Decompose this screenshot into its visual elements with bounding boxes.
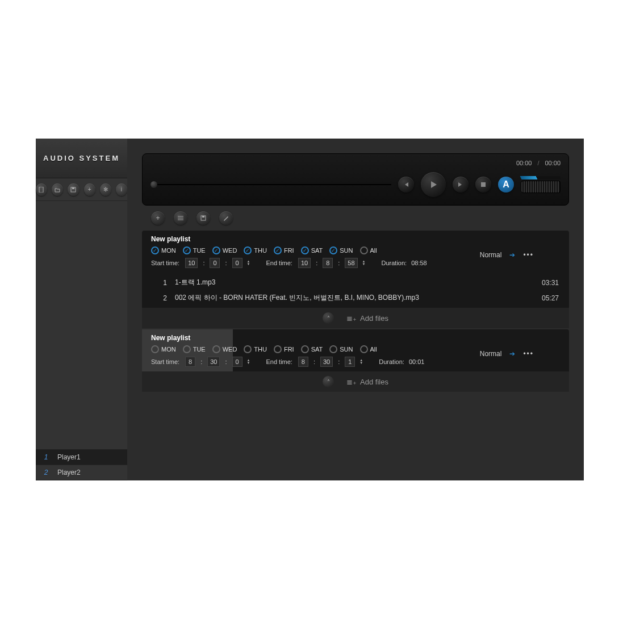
volume-dial[interactable] — [521, 181, 561, 193]
track-list: 1 1-트랙 1.mp3 03:31 2 002 에픽 하이 - BORN HA… — [142, 273, 569, 308]
day-mon-checkbox[interactable] — [151, 246, 159, 254]
start-spinner[interactable]: ▲▼ — [247, 260, 250, 266]
more-icon[interactable]: ••• — [523, 350, 534, 358]
player-item-1[interactable]: 1 Player1 — [36, 450, 127, 465]
seek-knob[interactable] — [150, 181, 157, 188]
day-all-checkbox[interactable] — [360, 345, 368, 353]
track-num: 1 — [152, 279, 167, 287]
day-wed-checkbox[interactable] — [212, 246, 220, 254]
end-h[interactable]: 8 — [298, 357, 308, 367]
sidebar-toolbar: + ✻ i — [36, 178, 127, 201]
playlist-toolbar: + — [142, 206, 569, 231]
sidebar-mid — [36, 201, 127, 449]
playlist-mode[interactable]: Normal — [480, 251, 502, 259]
start-m[interactable]: 0 — [210, 258, 220, 268]
start-label: Start time: — [151, 358, 179, 365]
playlist-mode-controls: Normal ➔ ••• — [480, 350, 534, 358]
player-num: 1 — [43, 453, 49, 461]
end-label: End time: — [266, 358, 292, 365]
end-spinner[interactable]: ▲▼ — [359, 359, 363, 365]
time-total: 00:00 — [545, 160, 561, 166]
volume-control[interactable] — [521, 176, 561, 193]
start-s[interactable]: 0 — [232, 357, 242, 367]
duration-value: 00:01 — [409, 358, 425, 365]
player-panel: 00:00 / 00:00 A — [142, 153, 569, 206]
playlist-footer: ˄ ≣₊ Add files — [142, 308, 569, 328]
day-all-checkbox[interactable] — [360, 246, 368, 254]
prev-button[interactable] — [398, 177, 414, 193]
track-duration: 03:31 — [542, 279, 559, 287]
day-fri-checkbox[interactable] — [274, 345, 282, 353]
arrow-right-icon[interactable]: ➔ — [509, 251, 515, 259]
playlist-title[interactable]: New playlist — [151, 334, 560, 342]
info-button[interactable]: i — [116, 183, 127, 196]
playlist-title[interactable]: New playlist — [151, 235, 560, 243]
a-button[interactable]: A — [498, 177, 514, 193]
player-item-2[interactable]: 2 Player2 — [36, 465, 127, 480]
playlist-edit-button[interactable] — [219, 211, 233, 225]
svg-rect-3 — [481, 182, 486, 187]
start-h[interactable]: 8 — [185, 357, 195, 367]
track-row[interactable]: 1 1-트랙 1.mp3 03:31 — [142, 275, 569, 290]
playlist-1: New playlist MON TUE WED THU FRI SAT SUN… — [142, 231, 569, 328]
end-s[interactable]: 1 — [345, 357, 355, 367]
new-file-button[interactable] — [36, 183, 47, 196]
svg-rect-5 — [202, 216, 204, 218]
add-files-button[interactable]: ≣₊ Add files — [346, 378, 388, 386]
add-button[interactable]: + — [84, 183, 95, 196]
play-button[interactable] — [421, 172, 446, 197]
settings-button[interactable]: ✻ — [100, 183, 111, 196]
player-name: Player2 — [57, 469, 81, 476]
save-button[interactable] — [68, 183, 79, 196]
day-sat-checkbox[interactable] — [301, 246, 309, 254]
day-sun-checkbox[interactable] — [329, 246, 337, 254]
day-thu-checkbox[interactable] — [244, 246, 252, 254]
playlist-save-button[interactable] — [196, 211, 210, 225]
day-thu-checkbox[interactable] — [244, 345, 252, 353]
start-h[interactable]: 10 — [185, 258, 198, 268]
end-m[interactable]: 30 — [320, 357, 333, 367]
playlist-list-button[interactable] — [174, 211, 187, 225]
seek-bar[interactable] — [150, 182, 391, 187]
playlist-2: New playlist MON TUE WED THU FRI SAT SUN… — [142, 329, 569, 392]
time-inputs: Start time: 10: 0: 0 ▲▼ End time: 10: 8:… — [151, 258, 560, 268]
time-sep: / — [537, 160, 539, 166]
playlist-add-button[interactable]: + — [151, 211, 165, 225]
day-wed-checkbox[interactable] — [212, 345, 220, 353]
track-row[interactable]: 2 002 에픽 하이 - BORN HATER (Feat. 빈지노, 버벌진… — [142, 290, 569, 306]
time-inputs: Start time: 8: 30: 0 ▲▼ End time: 8: 30:… — [151, 357, 560, 367]
day-sun-checkbox[interactable] — [329, 345, 337, 353]
volume-level-indicator — [520, 176, 562, 179]
collapse-button[interactable]: ˄ — [323, 376, 334, 387]
start-spinner[interactable]: ▲▼ — [247, 359, 250, 365]
end-m[interactable]: 8 — [323, 258, 333, 268]
end-spinner[interactable]: ▲▼ — [362, 260, 366, 266]
seek-track — [150, 184, 391, 185]
track-duration: 05:27 — [542, 294, 559, 302]
add-files-icon: ≣₊ — [346, 314, 357, 323]
add-files-icon: ≣₊ — [346, 378, 357, 386]
end-s[interactable]: 58 — [345, 258, 357, 268]
day-mon-checkbox[interactable] — [151, 345, 159, 353]
day-tue-checkbox[interactable] — [183, 246, 191, 254]
time-display: 00:00 / 00:00 — [150, 160, 561, 166]
open-button[interactable] — [52, 183, 63, 196]
playlist-header: New playlist MON TUE WED THU FRI SAT SUN… — [142, 329, 569, 371]
stop-button[interactable] — [475, 177, 491, 193]
duration-label: Duration: — [379, 358, 404, 365]
start-m[interactable]: 30 — [207, 357, 220, 367]
day-sat-checkbox[interactable] — [301, 345, 309, 353]
playlist-mode[interactable]: Normal — [480, 350, 502, 358]
arrow-right-icon[interactable]: ➔ — [509, 350, 515, 358]
end-h[interactable]: 10 — [298, 258, 311, 268]
next-button[interactable] — [453, 177, 469, 193]
collapse-button[interactable]: ˄ — [323, 312, 334, 324]
more-icon[interactable]: ••• — [523, 251, 534, 259]
player-num: 2 — [43, 469, 49, 476]
add-files-button[interactable]: ≣₊ Add files — [346, 314, 388, 323]
start-s[interactable]: 0 — [232, 258, 242, 268]
main-area: 00:00 / 00:00 A + — [127, 139, 584, 480]
day-tue-checkbox[interactable] — [183, 345, 191, 353]
app-window: — ▢ ✕ AUDIO SYSTEM + ✻ i 1 Player1 2 Pla… — [36, 139, 584, 480]
day-fri-checkbox[interactable] — [274, 246, 282, 254]
